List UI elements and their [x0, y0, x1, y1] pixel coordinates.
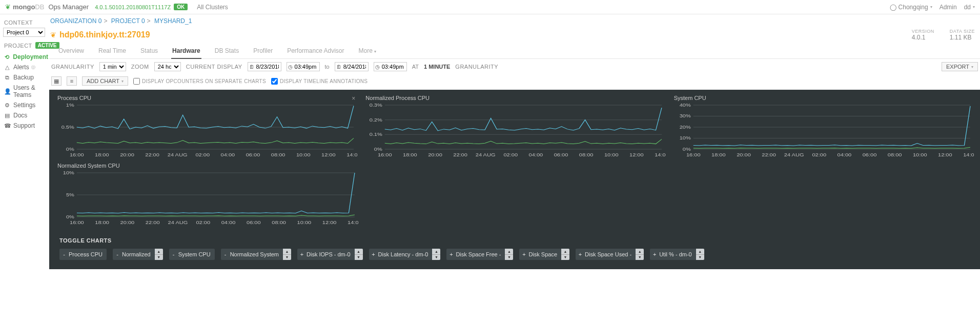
toggle-stepper[interactable]: ▲▼ — [561, 249, 569, 260]
tab-real-time[interactable]: Real Time — [97, 44, 127, 58]
sidebar-item-alerts[interactable]: △Alerts⓪ — [3, 62, 49, 72]
sidebar-item-backup[interactable]: ⧉Backup — [3, 72, 49, 83]
toggle-pill[interactable]: +Util % - dm-0▲▼ — [650, 249, 704, 260]
toggle-stepper[interactable]: ▲▼ — [355, 249, 363, 260]
svg-text:14:00: 14:00 — [655, 152, 665, 157]
main: ORGANIZATION 0> PROJECT 0> MYSHARD_1 ❦ h… — [49, 14, 980, 269]
top-right-nav: ◯ Chongqing ▾ Admin dd ▾ — [890, 4, 975, 11]
svg-text:12:00: 12:00 — [321, 152, 336, 157]
opcounters-checkbox[interactable]: DISPLAY OPCOUNTERS ON SEPARATE CHARTS — [133, 78, 266, 85]
tab-hardware[interactable]: Hardware — [171, 44, 201, 58]
grid-view-button[interactable]: ▦ — [51, 76, 62, 86]
sidebar-icon: 👤 — [4, 88, 10, 95]
title-stat: DATA SIZE1.11 KB — [950, 29, 975, 41]
chevron-up-icon: ▲ — [561, 249, 569, 255]
add-chart-button[interactable]: ADD CHART▾ — [82, 76, 128, 86]
from-date-input[interactable]: 🗓 — [248, 62, 281, 71]
svg-text:06:00: 06:00 — [862, 152, 876, 157]
toggle-pill[interactable]: -Normalized System▲▼ — [221, 249, 291, 260]
svg-text:22:00: 22:00 — [762, 152, 776, 157]
svg-text:10:00: 10:00 — [297, 220, 312, 225]
stat-label: DATA SIZE — [950, 29, 975, 34]
chevron-down-icon: ▼ — [432, 255, 440, 260]
toggle-stepper[interactable]: ▲▼ — [155, 249, 163, 260]
sidebar-item-deployment[interactable]: ⟲Deployment — [3, 52, 49, 62]
chevron-down-icon: ▼ — [505, 255, 513, 260]
chevron-up-icon: ▲ — [355, 249, 363, 255]
export-button[interactable]: EXPORT▾ — [942, 62, 978, 71]
sidebar-item-support[interactable]: ☎Support — [3, 120, 49, 131]
tab-performance-advisor[interactable]: Performance Advisor — [286, 44, 345, 58]
chart-title: Process CPU — [57, 95, 357, 101]
crumb-shard[interactable]: MYSHARD_1 — [154, 17, 192, 25]
clock-icon: ◷ — [288, 64, 293, 70]
sidebar-icon: △ — [4, 64, 10, 71]
svg-text:22:00: 22:00 — [454, 152, 468, 157]
toggle-pill[interactable]: +Disk IOPS - dm-0▲▼ — [297, 249, 363, 260]
summary-prefix: AT — [412, 64, 419, 70]
toggle-pill[interactable]: -Normalized▲▼ — [113, 249, 163, 260]
chart-close-icon[interactable]: × — [352, 95, 355, 102]
timeline-annotations-checkbox[interactable]: DISPLAY TIMELINE ANNOTATIONS — [271, 78, 368, 85]
to-time-input[interactable]: ◷ — [374, 62, 407, 71]
crumb-project[interactable]: PROJECT 0 — [111, 17, 145, 25]
toggle-stepper[interactable]: ▲▼ — [432, 249, 440, 260]
svg-text:08:00: 08:00 — [579, 152, 594, 157]
from-time-input[interactable]: ◷ — [287, 62, 320, 71]
toggle-stepper[interactable]: ▲▼ — [283, 249, 291, 260]
svg-text:06:00: 06:00 — [554, 152, 568, 157]
to-word: to — [325, 64, 330, 70]
controls-row: GRANULARITY 1 minute ZOOM 24 hours CURRE… — [49, 59, 980, 74]
current-display-label: CURRENT DISPLAY — [186, 64, 242, 70]
sidebar-item-settings[interactable]: ⚙Settings — [3, 100, 49, 110]
chevron-down-icon: ▼ — [561, 255, 569, 260]
svg-text:02:00: 02:00 — [195, 152, 210, 157]
granularity-select[interactable]: 1 minute — [99, 62, 126, 71]
svg-text:16:00: 16:00 — [378, 152, 392, 157]
chevron-up-icon: ▲ — [432, 249, 440, 255]
svg-text:24 AUG: 24 AUG — [784, 152, 804, 157]
svg-text:5%: 5% — [66, 192, 74, 197]
location-dropdown[interactable]: ◯ Chongqing ▾ — [890, 4, 932, 11]
context-select[interactable]: Project 0 — [3, 28, 45, 37]
toggle-pill[interactable]: +Disk Space Free -▲▼ — [446, 249, 513, 260]
svg-text:18:00: 18:00 — [711, 152, 726, 157]
sidebar-item-users-teams[interactable]: 👤Users & Teams — [3, 83, 49, 100]
sidebar-item-docs[interactable]: ▤Docs — [3, 110, 49, 120]
svg-text:06:00: 06:00 — [247, 220, 261, 225]
title-row: ❦ hdp06.thinkjoy.tt:27019 VERSION4.0.1DA… — [49, 27, 980, 44]
list-view-button[interactable]: ≡ — [67, 76, 77, 86]
page-title: hdp06.thinkjoy.tt:27019 — [59, 30, 150, 39]
chart: Normalized System CPU0%5%10%16:0018:0020… — [55, 163, 358, 226]
user-label: dd — [964, 4, 971, 11]
toggle-pill[interactable]: +Disk Latency - dm-0▲▼ — [369, 249, 441, 260]
svg-text:20%: 20% — [679, 125, 690, 130]
zoom-select[interactable]: 24 hours — [154, 62, 181, 71]
toggle-pill[interactable]: +Disk Space▲▼ — [519, 249, 569, 260]
tab-overview[interactable]: Overview — [57, 44, 85, 58]
toggle-stepper[interactable]: ▲▼ — [636, 249, 644, 260]
toggle-label: Disk Space — [528, 251, 561, 257]
toggle-pill[interactable]: -Process CPU — [59, 249, 107, 260]
admin-link[interactable]: Admin — [940, 4, 957, 11]
svg-text:0.3%: 0.3% — [370, 103, 382, 108]
svg-text:14:00: 14:00 — [963, 152, 974, 157]
tab-db-stats[interactable]: DB Stats — [214, 44, 240, 58]
tab-profiler[interactable]: Profiler — [252, 44, 274, 58]
summary-bold: 1 MINUTE — [424, 64, 450, 70]
toggle-stepper[interactable]: ▲▼ — [696, 249, 704, 260]
toggle-pill[interactable]: +Disk Space Used -▲▼ — [576, 249, 644, 260]
chevron-down-icon: ▾ — [971, 65, 973, 69]
tab-more[interactable]: More ▾ — [358, 44, 378, 58]
crumb-org[interactable]: ORGANIZATION 0 — [50, 17, 101, 25]
all-clusters-link[interactable]: All Clusters — [197, 4, 228, 11]
svg-text:04:00: 04:00 — [529, 152, 543, 157]
tab-status[interactable]: Status — [139, 44, 159, 58]
toggle-stepper[interactable]: ▲▼ — [505, 249, 513, 260]
toggle-label: Disk Latency - dm-0 — [378, 251, 433, 257]
toggle-pill[interactable]: -System CPU — [169, 249, 215, 260]
sidebar-item-label: Docs — [13, 112, 27, 119]
user-dropdown[interactable]: dd ▾ — [964, 4, 975, 11]
chevron-down-icon: ▼ — [696, 255, 704, 260]
to-date-input[interactable]: 🗓 — [335, 62, 369, 71]
